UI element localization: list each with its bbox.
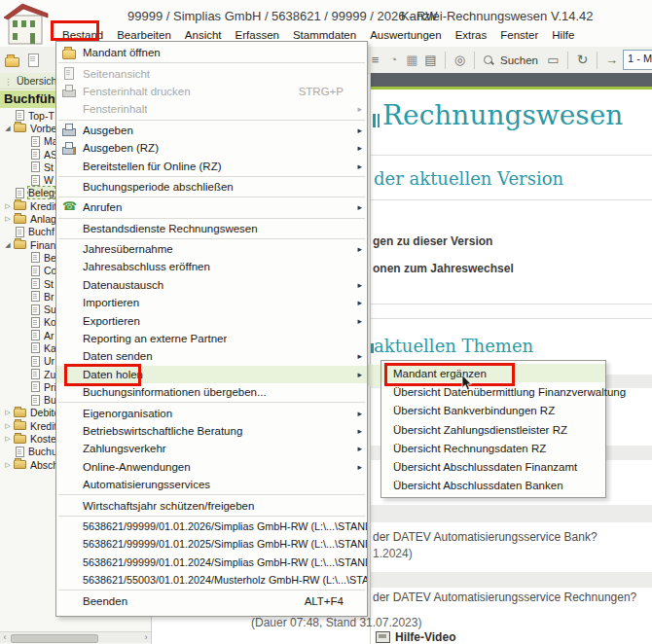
menu-item-label: Zahlungsverkehr [83, 443, 166, 454]
scroll-left-icon[interactable]: ‹ [0, 632, 10, 643]
collapse-icon[interactable]: ◢ [2, 125, 14, 132]
menu-item-label: Fensterinhalt drucken [83, 86, 191, 97]
menu-separator [58, 590, 365, 590]
menu-item-buchungsperiode-abschlie-en[interactable]: Buchungsperiode abschließen [56, 178, 367, 196]
help-video-row[interactable]: Hilfe-Video [376, 630, 455, 644]
faq-bank-question[interactable]: der DATEV Automatisierungsservice Bank? [373, 530, 598, 544]
menu-item-zahlungsverkehr[interactable]: Zahlungsverkehr▸ [56, 440, 367, 457]
menu-icon-placeholder [61, 574, 77, 587]
send-doc-icon[interactable] [604, 53, 619, 67]
menubar-item-fenster[interactable]: Fenster [493, 27, 545, 43]
divider [371, 199, 652, 200]
menu-item-seitenansicht[interactable]: Seitenansicht [56, 64, 367, 82]
monitor-icon[interactable] [546, 53, 561, 67]
menu-separator [58, 197, 365, 197]
client-selector-dropdown[interactable]: 1 - Muster Gmb [623, 50, 652, 70]
document-icon [16, 188, 24, 198]
menu-item-importieren[interactable]: Importieren▸ [56, 294, 367, 311]
faq-invoice-question[interactable]: der DATEV Automatisierungsservice Rechnu… [373, 590, 636, 604]
menu-item-mandant-ffnen[interactable]: Mandant öffnen [56, 44, 367, 61]
folder-icon [14, 409, 26, 417]
expand-icon[interactable]: ▷ [2, 409, 14, 416]
expand-icon[interactable]: ▷ [2, 435, 14, 443]
version-info-link[interactable]: gen zu dieser Version [373, 234, 492, 248]
submenu-item-bersicht-zahlungsdienstleister-rz[interactable]: Übersicht Zahlungsdienstleister RZ [381, 420, 605, 439]
document-icon [31, 330, 40, 340]
tree-item-label: St [44, 278, 54, 290]
expand-icon[interactable]: ▷ [2, 215, 14, 223]
menu-item-jahresabschluss-er-ffnen[interactable]: Jahresabschluss eröffnen [56, 258, 367, 275]
expand-icon[interactable]: ▷ [2, 422, 14, 430]
menu-item-bestandsdienste-rechnungswesen[interactable]: Bestandsdienste Rechnungswesen [56, 220, 367, 237]
open-client-icon[interactable] [4, 54, 20, 67]
tree-item-label: Ko [44, 316, 56, 328]
highlight-bridge [368, 365, 380, 386]
print-icon[interactable] [423, 53, 438, 67]
menu-item-5638621-99999-01-01-2026-simplias-gmbh-rw-l-standard[interactable]: 5638621/99999/01.01.2026/Simplias GmbH-R… [56, 518, 367, 535]
menu-item-daten-senden[interactable]: Daten senden▸ [56, 347, 367, 365]
search-icon[interactable] [482, 54, 495, 67]
menu-item-jahres-bernahme[interactable]: Jahresübernahme▸ [56, 240, 367, 258]
menu-item-eigenorganisation[interactable]: Eigenorganisation▸ [56, 404, 367, 421]
sidebar-horizontal-scrollbar[interactable]: ‹ › [0, 631, 151, 643]
refresh-icon[interactable] [575, 53, 590, 67]
menubar-item-auswertungen[interactable]: Auswertungen [363, 27, 449, 43]
menu-item-wirtschaftsjahr-sch-tzen-freigeben[interactable]: Wirtschaftsjahr schützen/freigeben [56, 496, 367, 514]
submenu-arrow-icon: ▸ [357, 444, 362, 453]
menu-item-fensterinhalt-drucken[interactable]: Fensterinhalt druckenSTRG+P [56, 83, 367, 100]
document-icon [31, 161, 40, 172]
submenu-arrow-icon: ▸ [357, 161, 362, 171]
menu-item-5638621-55003-01-01-2024-musterholz-gmbh-rw-l-standard[interactable]: 5638621/55003/01.01.2024/Musterholz GmbH… [56, 571, 367, 589]
submenu-item-bersicht-abschlussdaten-finanzamt[interactable]: Übersicht Abschlussdaten Finanzamt [381, 457, 605, 476]
menu-item-label: Bestandsdienste Rechnungswesen [83, 223, 258, 234]
clipped-text-fragment [373, 114, 376, 127]
submenu-arrow-icon: ▸ [357, 202, 362, 212]
page-preview-icon[interactable] [26, 53, 40, 67]
divider [371, 318, 652, 319]
menu-separator [58, 402, 365, 403]
sidebar-tab-label: Übersicht [17, 75, 59, 87]
menu-icon-placeholder [61, 350, 77, 363]
scroll-right-icon[interactable]: › [141, 632, 151, 643]
menu-item-betriebswirtschaftliche-beratung[interactable]: Betriebswirtschaftliche Beratung▸ [56, 422, 367, 440]
clock-icon[interactable] [386, 53, 401, 67]
menu-item-ausgeben-rz[interactable]: Ausgeben (RZ)▸ [56, 139, 367, 157]
content-top-bar [371, 73, 652, 87]
menu-item-online-anwendungen[interactable]: Online-Anwendungen▸ [56, 458, 367, 476]
menu-item-bereitstellen-f-r-online-rz[interactable]: Bereitstellen für Online (RZ)▸ [56, 157, 367, 174]
submenu-item-bersicht-abschlussdaten-banken[interactable]: Übersicht Abschlussdaten Banken [381, 477, 605, 495]
menu-item-label: Fensterinhalt [83, 103, 147, 115]
folder-open-icon [61, 47, 77, 59]
menu-item-datenaustausch[interactable]: Datenaustausch▸ [56, 276, 367, 294]
tree-item-label: Anlag [30, 213, 56, 225]
menubar-item-hilfe[interactable]: Hilfe [545, 27, 581, 43]
square-icon[interactable] [405, 53, 419, 67]
menu-item-fensterinhalt[interactable]: Fensterinhalt▸ [56, 100, 367, 118]
menu-item-exportieren[interactable]: Exportieren▸ [56, 311, 367, 329]
search-label[interactable]: Suchen [500, 54, 538, 66]
expand-icon[interactable]: ▷ [2, 202, 14, 210]
tree-item-label: Ur [44, 355, 54, 367]
menu-item-5638621-99999-01-01-2024-simplias-gmbh-rw-l-standard[interactable]: 5638621/99999/01.01.2024/Simplias GmbH-R… [56, 554, 367, 571]
scrollbar-thumb[interactable] [11, 634, 98, 643]
menubar-item-extras[interactable]: Extras [449, 27, 494, 43]
menu-separator [58, 176, 365, 177]
yearchange-info-link[interactable]: onen zum Jahreswechsel [373, 262, 514, 275]
app-title: Kanzlei-Rechnungswesen V.14.42 [401, 9, 594, 23]
menu-item-5638621-99999-01-01-2025-simplias-gmbh-rw-l-standard[interactable]: 5638621/99999/01.01.2025/Simplias GmbH-R… [56, 535, 367, 553]
circle-icon[interactable] [453, 53, 467, 67]
menu-item-ausgeben[interactable]: Ausgeben▸ [56, 122, 367, 139]
submenu-item-bersicht-rechnungsdaten-rz[interactable]: Übersicht Rechnungsdaten RZ [381, 439, 605, 457]
tree-item-label: Kredit [30, 420, 56, 432]
menu-item-beenden[interactable]: BeendenALT+F4 [56, 591, 367, 609]
folder-icon [14, 435, 26, 444]
expand-icon[interactable]: ▷ [2, 461, 14, 469]
menu-item-automatisierungsservices[interactable]: Automatisierungsservices [56, 476, 367, 493]
menu-item-anrufen[interactable]: Anrufen▸ [56, 198, 367, 216]
list-icon[interactable] [368, 53, 382, 67]
collapse-icon[interactable]: ◢ [2, 241, 14, 249]
menu-item-reporting-an-externe-partner[interactable]: Reporting an externe Partner [56, 330, 367, 347]
document-icon [31, 395, 40, 406]
submenu-item-bersicht-bankverbindungen-rz[interactable]: Übersicht Bankverbindungen RZ [381, 402, 605, 420]
divider [371, 304, 652, 304]
